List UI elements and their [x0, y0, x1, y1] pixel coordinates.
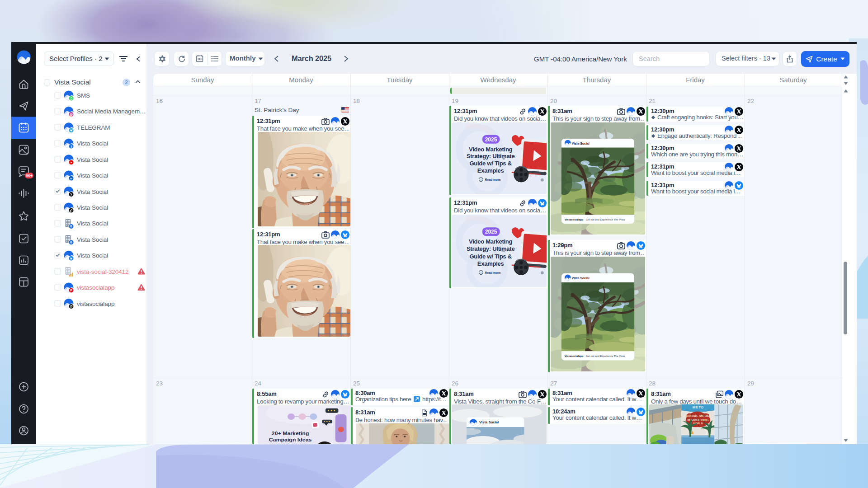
svg-text:Strategy: Ultimate: Strategy: Ultimate — [467, 153, 515, 160]
svg-text:2025: 2025 — [485, 136, 497, 143]
svg-text:Vista Social: Vista Social — [479, 421, 499, 424]
svg-text:vistasocialapp: vistasocialapp — [77, 284, 114, 291]
svg-text:Strategy: Ultimate: Strategy: Ultimate — [467, 245, 514, 252]
svg-text:vista-social-320412: vista-social-320412 — [77, 268, 128, 275]
svg-text:Get out and Experience The Vis: Get out and Experience The Vista — [586, 355, 625, 357]
svg-text:P: P — [70, 289, 72, 292]
svg-text:i: i — [481, 178, 481, 181]
svg-text:Examples: Examples — [477, 167, 504, 174]
svg-text:Vista Social: Vista Social — [572, 142, 590, 145]
svg-text:in: in — [70, 177, 73, 180]
svg-text:Vista Social: Vista Social — [77, 140, 108, 147]
svg-text:Campaign Ideas: Campaign Ideas — [269, 437, 312, 442]
svg-text:Guide w/ Tips &: Guide w/ Tips & — [470, 253, 512, 259]
svg-text:Vistasocialapp: Vistasocialapp — [565, 355, 584, 357]
svg-text:Video Marketing: Video Marketing — [469, 238, 512, 245]
svg-text:Vista Social: Vista Social — [77, 204, 108, 211]
svg-text:Examples: Examples — [477, 260, 504, 267]
svg-text:ME TO: ME TO — [693, 406, 704, 409]
svg-text:vistasocialapp: vistasocialapp — [77, 300, 114, 307]
svg-text:Guide w/ Tips &: Guide w/ Tips & — [469, 160, 512, 167]
svg-text:2025: 2025 — [485, 229, 497, 235]
svg-text:SMS: SMS — [77, 92, 90, 99]
svg-text:SOCIAL MEDIA: SOCIAL MEDIA — [685, 414, 711, 418]
svg-text:Social Media Managem…: Social Media Managem… — [77, 108, 146, 115]
svg-text:Read more: Read more — [485, 178, 501, 181]
svg-text:Vista Social: Vista Social — [77, 236, 108, 243]
svg-text:99+: 99+ — [26, 174, 32, 178]
svg-text:Vista Social: Vista Social — [77, 172, 108, 179]
svg-text:Video Marketing: Video Marketing — [469, 145, 512, 152]
svg-text:Vista Social: Vista Social — [77, 220, 108, 227]
svg-text:@: @ — [70, 305, 73, 308]
svg-text:20+ Marketing: 20+ Marketing — [272, 431, 309, 436]
svg-text:Vista Social: Vista Social — [77, 252, 108, 259]
svg-text:Get out and Experience The Vis: Get out and Experience The Vista — [586, 218, 625, 221]
svg-text:Vista Social: Vista Social — [77, 156, 108, 163]
svg-text:Vista Social: Vista Social — [572, 277, 590, 280]
svg-text:Read more: Read more — [485, 271, 501, 274]
svg-text:TELEGRAM: TELEGRAM — [77, 124, 110, 131]
svg-text:i: i — [481, 271, 481, 274]
svg-text:Vista Social: Vista Social — [77, 188, 108, 195]
svg-text:Vistasocialapp: Vistasocialapp — [565, 218, 584, 221]
